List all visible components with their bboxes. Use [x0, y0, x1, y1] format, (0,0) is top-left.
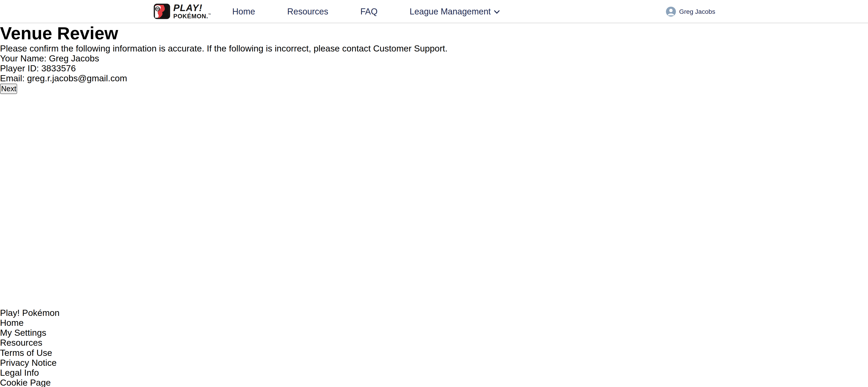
- footer-heading-play-pokemon: Play! Pokémon: [0, 308, 868, 318]
- venue-review-card-body: Venue Review Please confirm the followin…: [0, 23, 868, 84]
- footer-link-cookie-page[interactable]: Cookie Page: [0, 378, 868, 387]
- footer-links-play-pokemon: Home My Settings: [0, 318, 868, 338]
- footer-col-resources: Resources Terms of Use Privacy Notice Le…: [0, 338, 868, 387]
- play-pokemon-logo-text: PLAY! POKÉMON.™: [173, 3, 211, 20]
- player-email-line: Email: greg.r.jacobs@gmail.com: [0, 74, 868, 84]
- chevron-down-icon: [494, 10, 500, 14]
- footer-col-play-pokemon: Play! Pokémon Home My Settings: [0, 308, 868, 338]
- nav-item-faq[interactable]: FAQ: [360, 6, 377, 16]
- logo-play-text: PLAY!: [173, 3, 211, 13]
- footer-links-resources: Terms of Use Privacy Notice Legal Info C…: [0, 348, 868, 387]
- user-name: Greg Jacobs: [679, 8, 715, 15]
- player-name-line: Your Name: Greg Jacobs: [0, 54, 868, 64]
- venue-review-card: Venue Review Please confirm the followin…: [0, 23, 868, 94]
- footer-link-terms-of-use[interactable]: Terms of Use: [0, 348, 868, 358]
- nav-item-resources[interactable]: Resources: [287, 6, 328, 16]
- footer-link-privacy-notice[interactable]: Privacy Notice: [0, 358, 868, 368]
- play-pokemon-logo[interactable]: PLAY! POKÉMON.™: [153, 3, 211, 20]
- nav-item-home[interactable]: Home: [232, 6, 255, 16]
- page: PLAY! POKÉMON.™ Home Resources FAQ Leagu…: [0, 0, 868, 387]
- footer-link-home[interactable]: Home: [0, 318, 868, 328]
- next-button[interactable]: Next: [0, 84, 18, 94]
- navbar-inner: PLAY! POKÉMON.™ Home Resources FAQ Leagu…: [153, 0, 715, 23]
- customer-support-link[interactable]: Customer Support: [373, 44, 445, 53]
- content-panel: Venue Review Please confirm the followin…: [0, 23, 868, 94]
- player-id-line: Player ID: 3833576: [0, 64, 868, 74]
- card-footer: Next: [0, 84, 868, 94]
- top-navbar: PLAY! POKÉMON.™ Home Resources FAQ Leagu…: [0, 0, 868, 23]
- user-avatar-icon: [666, 6, 676, 16]
- user-menu[interactable]: Greg Jacobs: [666, 6, 715, 16]
- footer-heading-resources: Resources: [0, 338, 868, 348]
- logo-pokemon-text: POKÉMON.™: [173, 13, 211, 20]
- footer-link-my-settings[interactable]: My Settings: [0, 328, 868, 338]
- confirmation-text: Please confirm the following information…: [0, 44, 868, 54]
- player-info: Your Name: Greg Jacobs Player ID: 383357…: [0, 54, 868, 84]
- trademark-mark: ™: [208, 13, 211, 16]
- nav-item-league-management[interactable]: League Management: [410, 6, 500, 16]
- page-title: Venue Review: [0, 23, 868, 44]
- footer-link-legal-info[interactable]: Legal Info: [0, 368, 868, 378]
- main-nav: Home Resources FAQ League Management: [232, 6, 500, 16]
- main-background: Venue Review Please confirm the followin…: [0, 23, 868, 308]
- page-footer: Play! Pokémon Home My Settings Resources…: [0, 308, 868, 387]
- play-pokemon-logo-icon: [153, 3, 171, 20]
